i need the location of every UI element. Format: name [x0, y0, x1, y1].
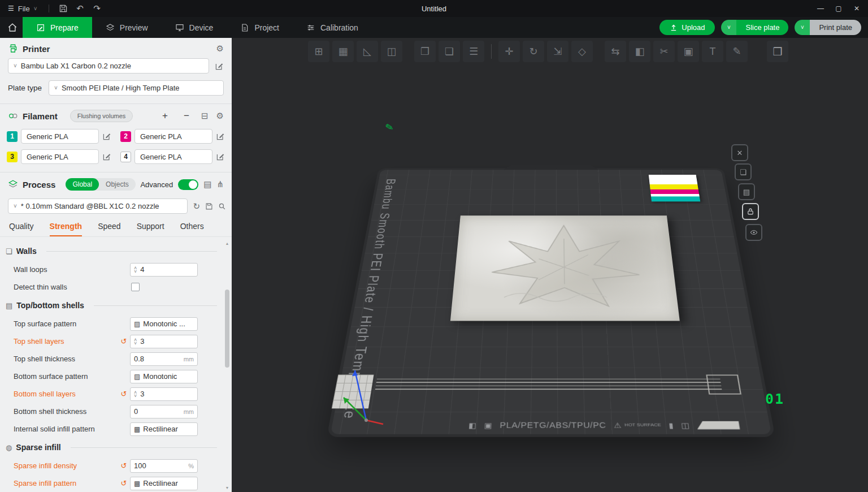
reset-preset-icon[interactable]: ↻ [193, 201, 200, 212]
move-icon[interactable]: ✛ [498, 41, 520, 62]
tab-others[interactable]: Others [180, 222, 204, 236]
scroll-up-icon[interactable]: ▲ [225, 241, 229, 245]
scrollbar-thumb[interactable] [225, 290, 229, 368]
filament-select-2[interactable]: Generic PLA [134, 129, 212, 144]
edit-printer-icon[interactable] [215, 62, 224, 71]
sidebar-scrollbar[interactable]: ▲ ▼ [224, 241, 231, 490]
edit-filament-icon[interactable] [216, 132, 225, 141]
detect-thin-walls-checkbox[interactable] [131, 283, 140, 291]
cut-icon[interactable]: ✂ [653, 41, 675, 62]
add-filament-button[interactable]: + [158, 110, 172, 122]
assembly-view-icon[interactable]: ❒ [767, 41, 788, 62]
filament-select-3[interactable]: Generic PLA [21, 149, 99, 164]
add-text-icon[interactable]: T [702, 41, 723, 62]
top-shell-layers-spinner[interactable]: ˄˅ 3 [130, 335, 198, 348]
minimize-button[interactable]: — [811, 0, 830, 17]
internal-solid-infill-pattern-select[interactable]: ▩ Rectilinear [130, 422, 198, 436]
plate-edit-icon[interactable]: ✎ [384, 121, 394, 135]
split-icon[interactable]: ◧ [629, 41, 650, 62]
filament-color-chip[interactable]: 4 [120, 152, 131, 162]
plate-name-icon[interactable]: ▤ [738, 183, 755, 200]
spinner-arrows-icon[interactable]: ˄˅ [134, 338, 137, 345]
scope-global[interactable]: Global [66, 178, 99, 191]
home-button[interactable] [2, 17, 23, 38]
remove-filament-button[interactable]: − [180, 110, 193, 122]
tab-project[interactable]: Project [227, 17, 293, 38]
ams-sync-icon[interactable]: ⊟ [201, 111, 209, 121]
flushing-volumes-button[interactable]: Flushing volumes [70, 110, 133, 122]
bottom-surface-pattern-select[interactable]: ▨ Monotonic [130, 370, 198, 383]
spinner-arrows-icon[interactable]: ˄˅ [134, 391, 137, 398]
close-plate-icon[interactable]: ✕ [731, 144, 748, 161]
scrollbar-track[interactable] [225, 245, 229, 486]
add-model-icon[interactable]: ⊞ [308, 41, 329, 62]
edit-filament-icon[interactable] [102, 132, 111, 141]
printer-preset-select[interactable]: ˅ Bambu Lab X1 Carbon 0.2 nozzle [8, 58, 209, 74]
filament-select-1[interactable]: Generic PLA [21, 129, 99, 144]
filament-select-4[interactable]: Generic PLA [134, 149, 212, 164]
add-plate-icon[interactable]: ▦ [332, 41, 354, 62]
mirror-icon[interactable]: ⇆ [605, 41, 626, 62]
plate-settings-icon[interactable]: ❏ [735, 163, 752, 180]
maximize-button[interactable]: ▢ [830, 0, 848, 17]
reset-icon[interactable]: ↺ [121, 390, 127, 398]
edit-filament-icon[interactable] [216, 152, 225, 161]
filament-settings-gear-icon[interactable]: ⚙ [216, 111, 224, 121]
viewport-3d[interactable]: ⊞ ▦ ◺ ◫ ❐ ❏ ☰ ✛ ↻ ⇲ ◇ ⇆ ◧ ✂ ▣ T ✎ [232, 38, 868, 492]
undo-button[interactable]: ↶ [72, 0, 89, 17]
spinner-arrows-icon[interactable]: ˄˅ [134, 266, 137, 273]
paint-icon[interactable]: ✎ [726, 41, 748, 62]
advanced-toggle[interactable] [178, 179, 198, 190]
visibility-icon[interactable] [745, 224, 762, 241]
filament-color-chip[interactable]: 3 [7, 152, 18, 162]
lock-plate-icon[interactable] [742, 203, 759, 220]
print-plate-button[interactable]: ˅ Print plate [795, 20, 861, 35]
tab-support[interactable]: Support [137, 222, 164, 236]
arrange-icon[interactable]: ◫ [381, 41, 402, 62]
wall-loops-spinner[interactable]: ˄˅ 4 [130, 263, 198, 277]
sparse-infill-density-input[interactable]: 100 % [130, 459, 198, 473]
tab-prepare[interactable]: Prepare [23, 17, 92, 38]
tab-speed[interactable]: Speed [98, 222, 120, 236]
print-dropdown-chevron-icon[interactable]: ˅ [795, 20, 810, 35]
lithophane-model[interactable] [450, 215, 680, 321]
search-settings-icon[interactable] [218, 202, 226, 210]
scope-objects[interactable]: Objects [99, 178, 136, 191]
rotate-icon[interactable]: ↻ [523, 41, 544, 62]
scale-icon[interactable]: ⇲ [547, 41, 568, 62]
save-button[interactable] [55, 0, 72, 17]
build-plate-surface[interactable]: Bambu Smooth PEI Plate / High Temp Plate [331, 170, 771, 434]
edit-filament-icon[interactable] [102, 152, 111, 161]
filament-color-chip[interactable]: 1 [7, 131, 18, 142]
bottom-shell-thickness-input[interactable]: 0 mm [130, 405, 198, 418]
top-shell-thickness-input[interactable]: 0.8 mm [130, 352, 198, 366]
top-surface-pattern-select[interactable]: ▨ Monotonic ... [130, 317, 198, 331]
tab-preview[interactable]: Preview [92, 17, 162, 38]
file-menu[interactable]: ☰ File ˅ [2, 0, 43, 17]
layers-icon[interactable]: ☰ [463, 41, 484, 62]
reset-icon[interactable]: ↺ [121, 337, 127, 346]
slice-dropdown-chevron-icon[interactable]: ˅ [721, 20, 736, 35]
bottom-shell-layers-spinner[interactable]: ˄˅ 3 [130, 387, 198, 401]
tab-strength[interactable]: Strength [50, 222, 83, 236]
sparse-infill-pattern-select[interactable]: ▩ Rectilinear [130, 477, 198, 490]
upload-button[interactable]: Upload [659, 20, 715, 35]
printer-settings-gear-icon[interactable]: ⚙ [216, 44, 224, 54]
reset-icon[interactable]: ↺ [121, 479, 127, 487]
process-preset-select[interactable]: ˅ * 0.10mm Standard @BBL X1C 0.2 nozzle [8, 198, 188, 214]
print-plate-label[interactable]: Print plate [810, 20, 861, 35]
tab-quality[interactable]: Quality [9, 222, 34, 236]
copy-icon[interactable]: ❐ [414, 41, 436, 62]
slice-plate-label[interactable]: Slice plate [736, 20, 788, 35]
scroll-down-icon[interactable]: ▼ [225, 486, 229, 490]
compare-presets-icon[interactable]: ⋔ [216, 179, 224, 189]
plate-type-select[interactable]: ˅ Smooth PEI Plate / High Temp Plate [49, 80, 224, 96]
mesh-boolean-icon[interactable]: ▣ [678, 41, 699, 62]
paste-icon[interactable]: ❏ [439, 41, 460, 62]
filament-color-chip[interactable]: 2 [120, 131, 131, 142]
auto-orient-icon[interactable]: ◺ [357, 41, 378, 62]
reset-icon[interactable]: ↺ [121, 461, 127, 470]
tab-calibration[interactable]: Calibration [293, 17, 372, 38]
parameter-table-icon[interactable]: ▤ [203, 179, 211, 189]
redo-button[interactable]: ↷ [89, 0, 106, 17]
